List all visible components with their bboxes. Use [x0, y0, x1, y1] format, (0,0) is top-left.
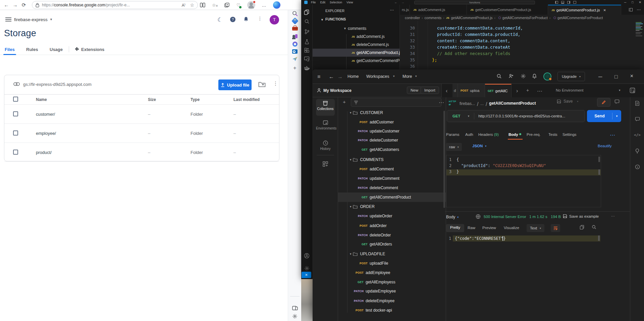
devices-icon[interactable]: [288, 306, 302, 310]
help-icon[interactable]: ?: [230, 17, 235, 22]
documentation-icon[interactable]: [630, 101, 644, 106]
window-maximize-icon[interactable]: □: [614, 74, 618, 80]
select-all-checkbox[interactable]: [13, 97, 18, 102]
request-tab[interactable]: POSTuploa: [458, 84, 485, 97]
tab-files[interactable]: Files: [5, 47, 15, 52]
tab-params[interactable]: Params: [446, 132, 460, 137]
beautify-link[interactable]: Beautify: [598, 144, 612, 148]
menu-edit[interactable]: Edit: [320, 1, 326, 4]
tab-settings[interactable]: Settings: [562, 132, 577, 137]
search-response-icon[interactable]: [592, 225, 596, 229]
res-tab-visualize[interactable]: Visualize: [504, 226, 519, 230]
extensions-icon[interactable]: [301, 48, 312, 53]
card-more-icon[interactable]: ⋮: [273, 81, 278, 87]
row-checkbox[interactable]: [13, 130, 18, 136]
tree-request[interactable]: POSTtest docker-api: [338, 306, 446, 315]
menu-view[interactable]: View: [346, 1, 353, 4]
copy-response-icon[interactable]: [580, 225, 584, 230]
tree-request[interactable]: POSTaddEmployee: [338, 268, 446, 277]
editor-tab-active[interactable]: JSgetAllCommentProduct.js✕: [548, 5, 621, 15]
search-sidebar-icon[interactable]: [301, 19, 312, 24]
nav-more[interactable]: More: [402, 74, 412, 79]
copilot-icon[interactable]: [273, 1, 280, 9]
tree-request[interactable]: PATCHupdateEmployee: [338, 286, 446, 296]
new-folder-icon[interactable]: [258, 81, 266, 88]
request-tabs-more-icon[interactable]: ⋯: [610, 132, 615, 138]
source-control-icon[interactable]: [301, 29, 312, 35]
table-row[interactable]: employee/ – Folder –: [4, 123, 279, 143]
response-time[interactable]: 1 m 1.62 s: [529, 215, 547, 219]
crumb[interactable]: getAllCommentsForProduct: [557, 16, 603, 20]
code-editor[interactable]: 30 31 32 33 34 35 36 customerId:commentD…: [400, 21, 644, 69]
tree-file[interactable]: JSaddComment.js: [313, 33, 400, 41]
notifications-bell-icon[interactable]: [532, 73, 537, 79]
body-editor[interactable]: 1 { 2 "productId": "CU2ZJZE0DsW2SuQIPuNU…: [446, 155, 601, 207]
tree-request[interactable]: PATCHupdateComment: [338, 174, 446, 183]
tree-folder[interactable]: ▾ORDER: [338, 202, 446, 211]
address-bar[interactable]: https://console.firebase.google.com/proj…: [32, 1, 198, 9]
nav-forward-icon[interactable]: →: [401, 1, 404, 4]
method-chevron-icon[interactable]: ▾: [468, 114, 470, 118]
tree-request[interactable]: PATCHdeleteOrder: [338, 230, 446, 240]
network-globe-icon[interactable]: [476, 214, 481, 219]
tree-file[interactable]: JSgetCustomerCommentProduct.js: [313, 57, 400, 65]
editor-tab-partial[interactable]: rs.js: [400, 5, 410, 15]
project-dropdown-icon[interactable]: ▼: [50, 18, 53, 21]
new-button[interactable]: New: [407, 87, 422, 94]
user-avatar[interactable]: T: [270, 15, 279, 24]
crumb[interactable]: getAllCommentProduct.js: [451, 16, 492, 20]
split-editor-icon[interactable]: [629, 8, 633, 11]
remote-explorer-icon[interactable]: [301, 56, 312, 61]
tree-request[interactable]: GETgetAllEmployess: [338, 277, 446, 287]
tabs-scroll-right-icon[interactable]: ›: [516, 88, 518, 94]
split-screen-icon[interactable]: [200, 3, 205, 7]
send-plane-icon[interactable]: [288, 57, 302, 61]
method-selector[interactable]: GET: [452, 114, 461, 118]
environment-selector[interactable]: No Environment: [556, 88, 583, 92]
maximize-icon[interactable]: □: [632, 1, 633, 4]
nav-back-icon[interactable]: ←: [394, 1, 397, 4]
global-search-icon[interactable]: [496, 73, 502, 79]
wrap-line-icon[interactable]: [551, 224, 560, 232]
functions-section[interactable]: FUNCTIONS: [325, 17, 346, 21]
test-flask-icon[interactable]: [301, 39, 312, 44]
favorite-star-icon[interactable]: ☆: [190, 2, 194, 8]
tabs-scroll-left-icon[interactable]: ‹: [446, 88, 447, 94]
editor-scrollbar[interactable]: [598, 157, 600, 162]
project-name[interactable]: firebase-express: [14, 17, 48, 22]
res-tab-raw[interactable]: Raw: [468, 226, 475, 230]
shopping-tag-icon[interactable]: [288, 18, 302, 23]
table-row[interactable]: customer/ – Folder –: [4, 104, 279, 123]
app-menu-icon[interactable]: ≡: [317, 74, 320, 80]
row-checkbox[interactable]: [13, 111, 18, 116]
editor-tab[interactable]: JSgetCustomerCommentProduct.js: [467, 5, 548, 15]
upload-file-button[interactable]: Upload file: [218, 79, 252, 90]
tree-folder[interactable]: ▾UPLOADFILE: [338, 249, 446, 259]
tree-file[interactable]: JSdeleteComment.js: [313, 41, 400, 49]
tree-file-selected[interactable]: JSgetAllCommentProduct.js: [313, 49, 400, 57]
games-icon[interactable]: [288, 34, 302, 39]
tab-rules[interactable]: Rules: [26, 47, 38, 52]
nav-home[interactable]: Home: [347, 74, 359, 79]
request-name[interactable]: getAllCommentProduct: [489, 101, 536, 106]
comments-icon[interactable]: [614, 99, 620, 104]
menu-file[interactable]: File: [311, 1, 316, 4]
tab-auth[interactable]: Auth: [465, 132, 473, 137]
rail-collections[interactable]: Collections: [316, 101, 335, 111]
close-icon[interactable]: ✕: [639, 1, 641, 4]
tab-close-icon[interactable]: ✕: [603, 8, 606, 12]
tree-request-selected[interactable]: GETgetAllCommentProduct: [338, 193, 446, 202]
manage-gear-icon[interactable]: [301, 266, 312, 271]
notifications-bell-icon[interactable]: [244, 16, 249, 22]
collections-icon[interactable]: [224, 3, 230, 8]
back-icon[interactable]: ←: [2, 2, 11, 8]
forward-icon[interactable]: →: [11, 2, 19, 8]
settings-more-icon[interactable]: …: [262, 3, 266, 8]
account-avatar[interactable]: [543, 72, 551, 81]
add-sidebar-item-icon[interactable]: +: [288, 65, 302, 71]
row-checkbox[interactable]: [13, 150, 18, 155]
explorer-icon[interactable]: [301, 9, 312, 15]
info-circle-icon[interactable]: [630, 164, 644, 169]
docker-icon[interactable]: [301, 66, 312, 70]
account-icon[interactable]: [301, 253, 312, 259]
